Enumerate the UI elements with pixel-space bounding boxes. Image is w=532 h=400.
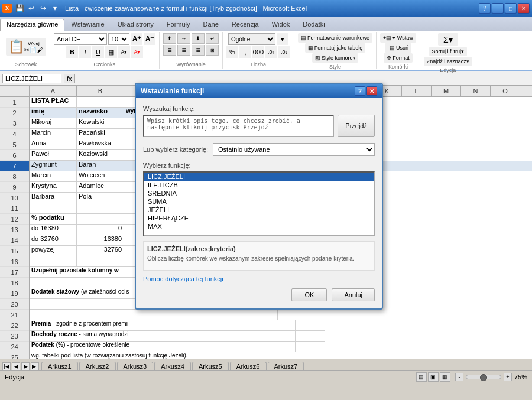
- dialog-body: Wyszukaj funkcję: Wpisz krótki opis tego…: [136, 98, 382, 308]
- function-description: LICZ.JEŻELI(zakres;kryteria) Oblicza lic…: [143, 241, 375, 271]
- dialog-action-buttons: OK Anuluj: [143, 288, 375, 301]
- function-list-label: Wybierz funkcję:: [143, 162, 375, 169]
- help-link[interactable]: Pomoc dotycząca tej funkcji: [143, 275, 223, 282]
- func-jezeli[interactable]: JEŻELI: [144, 206, 374, 214]
- search-label: Wyszukaj funkcję:: [143, 105, 375, 112]
- func-hiperlacze[interactable]: HIPERŁĄCZE: [144, 214, 374, 222]
- dialog-help-btn[interactable]: ?: [355, 86, 365, 96]
- category-select[interactable]: Ostatnio używane: [213, 143, 375, 156]
- dialog-title-buttons: ? ✕: [355, 86, 377, 96]
- search-row: Wpisz krótki opis tego, co chcesz zrobić…: [143, 115, 375, 137]
- search-go-btn[interactable]: Przejdź: [338, 115, 375, 137]
- func-licz-jezeli[interactable]: LICZ.JEŻELI: [144, 173, 374, 181]
- search-input[interactable]: Wpisz krótki opis tego, co chcesz zrobić…: [143, 115, 334, 137]
- func-max[interactable]: MAX: [144, 222, 374, 230]
- insert-function-dialog: Wstawianie funkcji ? ✕ Wyszukaj funkcję:…: [135, 83, 383, 310]
- func-desc-text: Oblicza liczbę komórek we wskazanym zakr…: [147, 255, 371, 263]
- modal-overlay: Wstawianie funkcji ? ✕ Wyszukaj funkcję:…: [0, 0, 532, 400]
- dialog-close-btn[interactable]: ✕: [366, 86, 377, 96]
- cancel-btn[interactable]: Anuluj: [332, 288, 375, 301]
- func-ile-liczb[interactable]: ILE.LICZB: [144, 181, 374, 189]
- function-list[interactable]: LICZ.JEŻELI ILE.LICZB ŚREDNIA SUMA JEŻEL…: [143, 171, 375, 236]
- category-row: Lub wybierz kategorię: Ostatnio używane: [143, 143, 375, 156]
- func-suma[interactable]: SUMA: [144, 197, 374, 206]
- func-desc-name: LICZ.JEŻELI(zakres;kryteria): [147, 245, 371, 252]
- dialog-title-bar: Wstawianie funkcji ? ✕: [136, 84, 382, 98]
- dialog-title-text: Wstawianie funkcji: [141, 87, 204, 95]
- func-srednia[interactable]: ŚREDNIA: [144, 189, 374, 197]
- category-label: Lub wybierz kategorię:: [143, 146, 208, 153]
- ok-btn[interactable]: OK: [291, 288, 327, 301]
